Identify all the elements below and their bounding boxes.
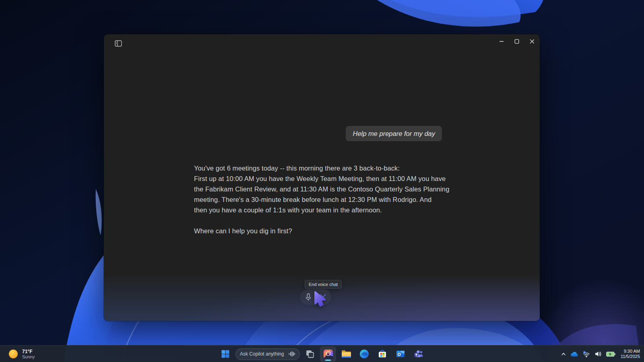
network-button[interactable]	[583, 351, 590, 358]
taskbar-center: Ask Copilot anything	[217, 346, 427, 362]
assistant-line: You've got 6 meetings today -- this morn…	[194, 163, 452, 173]
copilot-icon	[323, 349, 333, 359]
layout-sidebar-icon	[115, 40, 122, 47]
close-button[interactable]	[524, 34, 540, 49]
maximize-button[interactable]	[509, 34, 524, 49]
weather-temperature: 71°F	[22, 349, 35, 354]
close-icon	[320, 294, 326, 300]
assistant-line: meeting. There's a 30-minute break befor…	[194, 194, 452, 205]
file-explorer-button[interactable]	[338, 346, 354, 362]
window-caption-buttons	[494, 34, 540, 49]
weather-condition: Sunny	[22, 354, 35, 360]
tray-clock[interactable]: 9:30 AM 11/5/2025	[620, 349, 640, 359]
start-button[interactable]	[217, 346, 233, 362]
battery-button[interactable]	[606, 352, 615, 357]
assistant-line	[194, 215, 452, 226]
search-box-text: Ask Copilot anything	[240, 351, 285, 357]
onedrive-button[interactable]	[570, 352, 578, 357]
taskbar: 71°F Sunny Ask Copilot anything	[0, 345, 644, 362]
file-explorer-icon	[341, 350, 351, 358]
weather-widget[interactable]: 71°F Sunny	[5, 346, 38, 362]
voice-control-bar	[300, 289, 331, 305]
battery-icon	[606, 352, 615, 357]
outlook-button[interactable]	[392, 346, 409, 362]
chevron-up-icon	[561, 352, 566, 356]
task-view-button[interactable]	[302, 346, 318, 362]
end-voice-chat-tooltip: End voice chat	[305, 280, 342, 289]
assistant-line: then you have a couple of 1:1s with your…	[194, 205, 452, 215]
close-icon	[530, 39, 535, 44]
tray-overflow-button[interactable]	[561, 352, 566, 356]
teams-button[interactable]	[411, 346, 427, 362]
copilot-app-button[interactable]	[320, 346, 336, 362]
start-icon	[221, 350, 229, 358]
maximize-icon	[514, 39, 519, 44]
minimize-button[interactable]	[494, 34, 509, 49]
wifi-icon	[583, 351, 590, 358]
task-view-icon	[305, 350, 314, 358]
tray-date: 11/5/2025	[621, 354, 640, 359]
volume-icon	[594, 351, 602, 357]
outlook-icon	[396, 349, 405, 359]
weather-text: 71°F Sunny	[22, 349, 35, 360]
edge-icon	[359, 349, 369, 359]
taskbar-search-box[interactable]: Ask Copilot anything	[235, 348, 300, 360]
desktop: { "copilot_window": { "titlebar": { "sid…	[0, 0, 644, 362]
onedrive-icon	[570, 352, 578, 357]
active-app-indicator	[325, 360, 331, 361]
end-voice-chat-button[interactable]	[317, 291, 329, 303]
assistant-response: You've got 6 meetings today -- this morn…	[194, 163, 452, 236]
microphone-icon	[305, 293, 312, 301]
teams-icon	[414, 349, 424, 359]
assistant-line: First up at 10:00 AM you have the Weekly…	[194, 173, 452, 184]
volume-button[interactable]	[594, 351, 602, 357]
tray-time: 9:30 AM	[621, 349, 640, 354]
user-message-bubble: Help me prepare for my day	[346, 126, 442, 141]
edge-button[interactable]	[356, 346, 372, 362]
assistant-line: Where can I help you dig in first?	[194, 226, 452, 236]
microsoft-store-icon	[378, 349, 387, 359]
microphone-button[interactable]	[302, 291, 314, 303]
waveform-icon[interactable]	[288, 351, 295, 357]
minimize-icon	[499, 39, 504, 44]
user-message-row: Help me prepare for my day	[194, 126, 442, 141]
system-tray: 9:30 AM 11/5/2025	[561, 346, 640, 362]
sidebar-toggle-button[interactable]	[112, 37, 125, 49]
microsoft-store-button[interactable]	[374, 346, 390, 362]
assistant-line: the Fabrikam Client Review, and at 11:30…	[194, 184, 452, 194]
sun-icon	[8, 349, 19, 359]
copilot-window: Help me prepare for my day You've got 6 …	[104, 34, 540, 321]
